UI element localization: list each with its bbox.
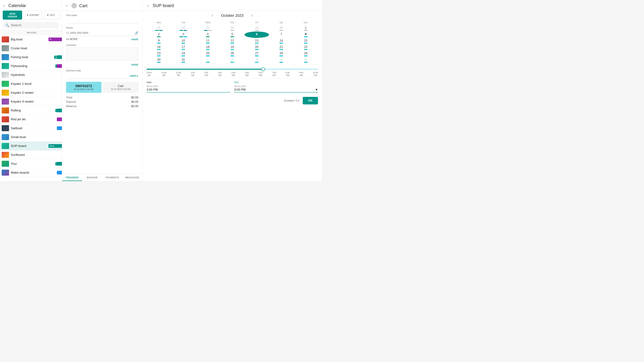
resource-item[interactable]: Flyboarding4 [0, 62, 62, 70]
calendar-day[interactable]: 30 [146, 57, 171, 63]
calendar-day-number: 27 [196, 26, 220, 30]
calendar-day[interactable]: 4 [269, 57, 294, 63]
calendar-day[interactable]: 22 [294, 44, 318, 51]
resource-item[interactable]: Small boat [0, 133, 62, 142]
resource-item[interactable]: Red jet ski [0, 115, 62, 124]
total-value: $0.00 [131, 96, 138, 99]
resource-item[interactable]: Cruise boat [0, 44, 62, 53]
calendar-day[interactable]: 16 [146, 44, 171, 51]
calendar-day[interactable]: 9 [146, 38, 171, 44]
save-bottom-button[interactable]: SAVE [131, 63, 138, 66]
resource-item[interactable]: Surfboard [0, 150, 62, 159]
more-button[interactable]: ••• MORE [66, 38, 78, 41]
calendar-day[interactable]: 19 [220, 44, 244, 51]
calendar-day[interactable]: 1 [196, 57, 220, 63]
calendar-day[interactable]: 17 [171, 44, 196, 51]
calendar-day[interactable]: 28 [269, 51, 294, 57]
new-order-button[interactable]: NEW ORDER [3, 10, 22, 19]
calendar-day[interactable]: 13 [244, 38, 269, 44]
cart-button[interactable]: Cart 02.10.2023 3:10 AM [103, 82, 138, 93]
calendar-day[interactable]: 1 [294, 25, 318, 31]
first-name-input[interactable] [66, 17, 138, 23]
tab-messages[interactable]: MESSAGES [122, 174, 142, 181]
calendar-day[interactable]: 4 [196, 31, 220, 38]
calendar-nav: ‹ October 2023 › [146, 13, 318, 18]
ok-button[interactable]: OK [303, 97, 318, 104]
end-time-dropdown-icon[interactable]: ▼ [315, 88, 318, 91]
resource-item[interactable]: Tour5 [0, 159, 62, 168]
calendar-day[interactable]: 26 [220, 51, 244, 57]
calendar-day[interactable]: 28 [220, 25, 244, 31]
calendar-day[interactable]: 5 [294, 57, 318, 63]
calendar-day[interactable]: 25 [196, 51, 220, 57]
datetime-section: Start 06.10.2023 3:00 PM End 06.10.2023 … [142, 78, 322, 95]
phone-input[interactable] [66, 30, 135, 36]
calendar-day[interactable]: 5 [220, 31, 244, 38]
calendar-day[interactable]: 21 [269, 44, 294, 51]
cart-back-button[interactable]: ← [66, 4, 69, 7]
calendar-day[interactable]: 29 [244, 25, 269, 31]
tab-triggers[interactable]: TRIGGERS [62, 174, 82, 181]
calendar-day[interactable]: 27 [196, 25, 220, 31]
calendar-day[interactable]: 2 [220, 57, 244, 63]
resource-item[interactable]: Kayaks 1-local [0, 79, 62, 88]
calendar-day[interactable]: 15 [294, 38, 318, 44]
calendar-day[interactable]: 3 [171, 31, 196, 38]
calendar-dot [280, 62, 283, 63]
slider-thumb[interactable] [261, 67, 265, 71]
calendar-day[interactable]: 27 [244, 51, 269, 57]
save-top-button[interactable]: SAVE [131, 38, 138, 41]
apply-button[interactable]: APPLY [130, 74, 138, 77]
calendar-day[interactable]: 26 [171, 25, 196, 31]
resource-item[interactable]: Big boatRi [0, 35, 62, 44]
discount-label: Discount code [66, 69, 138, 72]
calendar-day[interactable]: 25 [146, 25, 171, 31]
end-time-input[interactable]: 8:00 PM ▼ [234, 88, 318, 92]
order-id-button[interactable]: 598763272 02.10.2023 3:10 AM [66, 82, 102, 93]
calendar-day[interactable]: 6 [244, 31, 269, 38]
calendar-day[interactable]: 2 [146, 31, 171, 38]
start-time-input[interactable]: 3:00 PM [146, 88, 230, 92]
resource-item[interactable]: Hydrofoils [0, 70, 62, 79]
calendar-day[interactable]: 8 [294, 31, 318, 38]
calendar-day[interactable]: 14 [269, 38, 294, 44]
resource-item[interactable]: Wake boards [0, 168, 62, 177]
resource-item[interactable]: Kayaks 4-seater [0, 97, 62, 106]
resource-name: Kayaks 1-local [11, 82, 60, 86]
calendar-day[interactable]: 3 [244, 57, 269, 63]
calendar-day[interactable]: 10 [171, 38, 196, 44]
comment-textarea[interactable] [66, 47, 138, 61]
tab-payments[interactable]: PAYMENTS [102, 174, 122, 181]
calendar-day[interactable]: 12 [220, 38, 244, 44]
resource-item[interactable]: Rafting4 [0, 106, 62, 115]
slider-container[interactable] [146, 67, 318, 71]
calendar-day[interactable]: 31 [171, 57, 196, 63]
calendar-day[interactable]: 30 [269, 25, 294, 31]
calendar-day-number: 6 [244, 32, 269, 36]
calendar-day[interactable]: 29 [294, 51, 318, 57]
search-input[interactable] [11, 23, 56, 27]
prev-month-button[interactable]: ‹ [210, 13, 214, 18]
resource-item[interactable]: Sailboat [0, 124, 62, 133]
next-month-button[interactable]: › [250, 13, 254, 18]
cart-title: Cart [79, 3, 88, 8]
calendar-day-number: 29 [294, 52, 318, 55]
resource-item[interactable]: Kayaks 2-seater [0, 88, 62, 97]
calendar-day[interactable]: 24 [171, 51, 196, 57]
calendar-day[interactable]: 7 [269, 31, 294, 38]
calendar-back-button[interactable]: ← [3, 4, 6, 7]
filter-button[interactable]: ▼ FILT... [44, 10, 59, 19]
calendar-day[interactable]: 23 [146, 51, 171, 57]
time-label: 1:00PM [191, 71, 194, 77]
discount-input[interactable] [66, 73, 128, 79]
calendar-day[interactable]: 20 [244, 44, 269, 51]
external-link-icon[interactable]: 🔗 [135, 31, 138, 35]
calendar-day[interactable]: 18 [196, 44, 220, 51]
sup-back-button[interactable]: ← [146, 4, 150, 7]
export-button[interactable]: ⬆ EXPORT [24, 10, 42, 19]
tab-manage[interactable]: MANAGE [82, 174, 102, 181]
resource-item[interactable]: Fishing boat10 [0, 53, 62, 62]
resource-item[interactable]: SUP board3Mack [0, 142, 62, 150]
calendar-day[interactable]: 11 [196, 38, 220, 44]
calendar-day-number: 30 [269, 26, 294, 30]
